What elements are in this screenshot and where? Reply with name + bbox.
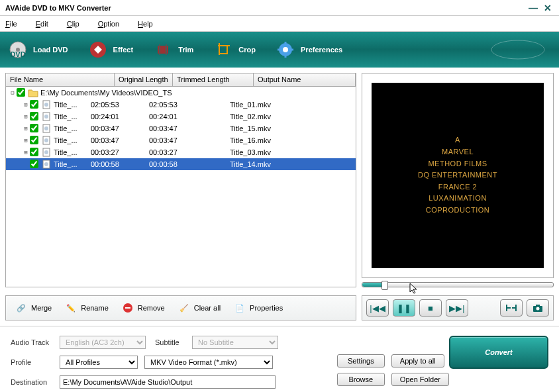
merge-icon: 🔗 (15, 302, 27, 314)
next-button[interactable]: ▶▶| (446, 299, 468, 317)
load-dvd-button[interactable]: DVD Load DVD (8, 40, 68, 60)
svg-rect-7 (219, 46, 227, 54)
video-file-icon (40, 100, 52, 109)
effect-button[interactable]: Effect (88, 40, 134, 60)
col-output-name[interactable]: Output Name (254, 74, 356, 86)
menu-file[interactable]: File (5, 20, 17, 28)
rename-button[interactable]: ✏️Rename (58, 299, 115, 317)
svg-point-16 (491, 40, 544, 59)
row-checkbox[interactable] (30, 136, 38, 144)
row-checkbox[interactable] (30, 124, 38, 132)
svg-point-20 (44, 115, 48, 119)
clear-all-button[interactable]: 🧹Clear all (172, 299, 227, 317)
video-file-icon (40, 136, 52, 145)
svg-text:DVD: DVD (10, 50, 25, 58)
profile-category-select[interactable]: All Profiles (60, 356, 138, 369)
preview-panel: A MARVEL METHOD FILMS DQ ENTERTAINMENT F… (362, 73, 554, 287)
expand-icon[interactable]: ⊞ (22, 113, 30, 120)
subtitle-select[interactable]: No Subtitle (192, 336, 278, 349)
video-file-icon (40, 160, 52, 169)
action-bar: 🔗Merge ✏️Rename Remove 🧹Clear all 📄Prope… (5, 295, 356, 320)
profile-label: Profile (11, 358, 60, 366)
window-title: AVAide DVD to MKV Converter (5, 4, 525, 12)
row-checkbox[interactable] (30, 160, 38, 168)
table-row[interactable]: ⊞Title_...00:03:4700:03:47Title_16.mkv (6, 134, 356, 146)
table-row[interactable]: ⊞Title_...02:05:5302:05:53Title_01.mkv (6, 99, 356, 111)
preferences-button[interactable]: Preferences (276, 40, 342, 60)
profile-format-select[interactable]: MKV Video Format (*.mkv) (144, 356, 273, 369)
destination-input[interactable] (60, 375, 276, 389)
file-tree[interactable]: ⊟ E:\My Documents\My Videos\VIDEO_TS ⊞Ti… (6, 87, 356, 287)
svg-point-22 (44, 126, 48, 130)
dvd-icon: DVD (8, 40, 28, 60)
pause-button[interactable]: ❚❚ (393, 299, 415, 317)
table-row[interactable]: ⊞Title_...00:03:2700:03:27Title_03.mkv (6, 146, 356, 158)
svg-rect-6 (166, 44, 167, 55)
tree-root[interactable]: ⊟ E:\My Documents\My Videos\VIDEO_TS (6, 87, 356, 99)
row-checkbox[interactable] (30, 148, 38, 156)
toolbar-decoration (485, 36, 551, 63)
browse-button[interactable]: Browse (337, 373, 385, 386)
remove-button[interactable]: Remove (115, 299, 172, 317)
effect-icon (88, 40, 108, 60)
folder-icon (27, 88, 39, 97)
playback-controls: |◀◀ ❚❚ ■ ▶▶| (362, 295, 554, 320)
destination-label: Destination (11, 378, 60, 386)
video-file-icon (40, 112, 52, 121)
col-original-length[interactable]: Original Length (115, 74, 173, 86)
audio-track-select[interactable]: English (AC3 2ch) (60, 336, 146, 349)
settings-button[interactable]: Settings (337, 354, 385, 368)
svg-point-32 (536, 307, 540, 311)
col-trimmed-length[interactable]: Trimmed Length (173, 74, 254, 86)
properties-button[interactable]: 📄Properties (227, 299, 289, 317)
titlebar: AVAide DVD to MKV Converter — ✕ (0, 0, 559, 16)
minimize-button[interactable]: — (527, 3, 539, 13)
playback-slider[interactable] (362, 282, 554, 287)
table-row[interactable]: ⊞Title_...00:03:4700:03:47Title_15.mkv (6, 122, 356, 134)
menu-option[interactable]: Option (98, 20, 119, 28)
row-checkbox[interactable] (30, 100, 38, 109)
apply-to-all-button[interactable]: Apply to all (391, 354, 444, 368)
column-headers: File Name Original Length Trimmed Length… (6, 74, 356, 87)
menu-edit[interactable]: Edit (36, 20, 48, 28)
prev-button[interactable]: |◀◀ (366, 299, 389, 317)
trim-button[interactable]: Trim (153, 40, 193, 60)
menu-clip[interactable]: Clip (67, 20, 79, 28)
settings-panel: Audio Track English (AC3 2ch) Subtitle N… (0, 326, 559, 392)
menu-help[interactable]: Help (138, 20, 153, 28)
menubar: File Edit Clip Option Help (0, 16, 559, 32)
bracket-button[interactable] (500, 299, 523, 317)
row-checkbox[interactable] (30, 112, 38, 121)
close-button[interactable]: ✕ (542, 3, 554, 13)
subtitle-label: Subtitle (146, 338, 192, 346)
svg-point-24 (44, 138, 48, 142)
svg-rect-30 (125, 307, 130, 309)
preview-video: A MARVEL METHOD FILMS DQ ENTERTAINMENT F… (362, 73, 554, 278)
file-list-panel: File Name Original Length Trimmed Length… (5, 73, 356, 287)
video-file-icon (40, 148, 52, 157)
table-row[interactable]: Title_...00:00:5800:00:58Title_14.mkv (6, 158, 356, 170)
convert-button[interactable]: Convert (449, 336, 548, 369)
trim-icon (153, 40, 173, 60)
svg-point-26 (44, 150, 48, 154)
col-filename[interactable]: File Name (6, 74, 115, 86)
expand-icon[interactable]: ⊞ (22, 137, 30, 144)
expand-icon[interactable]: ⊞ (22, 101, 30, 108)
preview-screen: A MARVEL METHOD FILMS DQ ENTERTAINMENT F… (372, 83, 544, 268)
collapse-icon[interactable]: ⊟ (9, 89, 17, 96)
expand-icon[interactable]: ⊞ (22, 125, 30, 132)
properties-icon: 📄 (234, 302, 246, 314)
open-folder-button[interactable]: Open Folder (391, 373, 449, 386)
table-row[interactable]: ⊞Title_...00:24:0100:24:01Title_02.mkv (6, 111, 356, 122)
snapshot-button[interactable] (527, 299, 549, 317)
expand-icon[interactable]: ⊞ (22, 149, 30, 156)
broom-icon: 🧹 (178, 302, 190, 314)
video-file-icon (40, 124, 52, 133)
crop-button[interactable]: Crop (213, 40, 256, 60)
merge-button[interactable]: 🔗Merge (9, 299, 58, 317)
gear-icon (276, 40, 295, 60)
audio-track-label: Audio Track (11, 338, 60, 346)
slider-thumb[interactable] (381, 281, 388, 290)
root-checkbox[interactable] (17, 88, 25, 97)
stop-button[interactable]: ■ (419, 299, 442, 317)
